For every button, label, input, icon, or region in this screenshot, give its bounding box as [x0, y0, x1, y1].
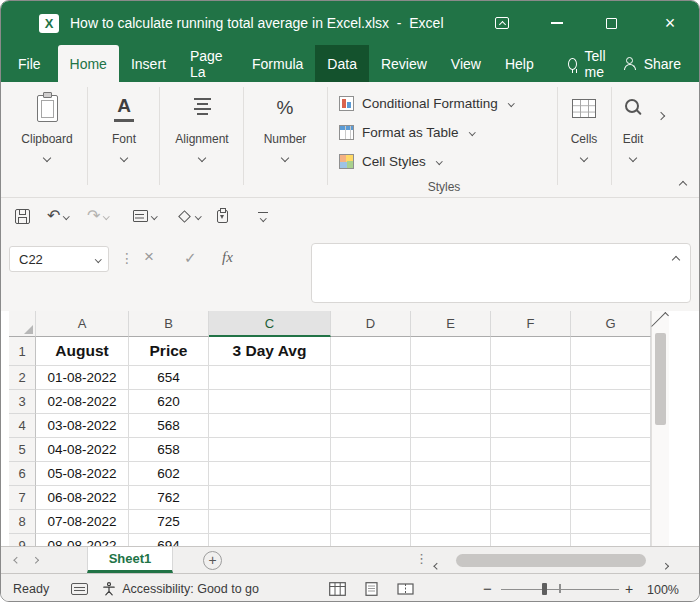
cell-e4[interactable]	[411, 414, 491, 438]
row-header-6[interactable]: 6	[9, 462, 36, 486]
column-header-g[interactable]: G	[571, 311, 651, 337]
row-header-1[interactable]: 1	[9, 337, 36, 366]
horizontal-scrollbar-thumb[interactable]	[456, 554, 646, 567]
formula-input[interactable]	[311, 243, 691, 303]
cell-a3[interactable]: 02-08-2022	[36, 390, 129, 414]
sheet-tab-sheet1[interactable]: Sheet1	[87, 547, 173, 573]
select-all-corner[interactable]	[9, 311, 36, 337]
zoom-level[interactable]: 100%	[647, 583, 679, 597]
cell-d1[interactable]	[331, 337, 411, 366]
cell-f8[interactable]	[491, 510, 571, 534]
vertical-scrollbar-thumb[interactable]	[655, 333, 666, 425]
row-header-7[interactable]: 7	[9, 486, 36, 510]
tab-review[interactable]: Review	[369, 45, 439, 82]
share-button[interactable]: Share	[623, 45, 681, 82]
cancel-button[interactable]: ×	[144, 248, 154, 265]
row-header-9[interactable]: 9	[9, 534, 36, 546]
scroll-right-button[interactable]	[663, 556, 668, 571]
cell-c5[interactable]	[209, 438, 331, 462]
cell-c3[interactable]	[209, 390, 331, 414]
paste-tool-button[interactable]	[217, 210, 228, 223]
page-layout-view-icon[interactable]	[363, 582, 380, 596]
cell-f6[interactable]	[491, 462, 571, 486]
save-button[interactable]	[15, 209, 30, 224]
close-button[interactable]: ×	[654, 1, 686, 45]
clipboard-group[interactable]: Clipboard	[9, 82, 85, 197]
maximize-button[interactable]	[595, 1, 627, 45]
sheet-nav-right-button[interactable]	[33, 558, 38, 563]
conditional-formatting-button[interactable]: Conditional Formatting	[339, 92, 513, 114]
cell-e9[interactable]	[411, 534, 491, 546]
cell-a2[interactable]: 01-08-2022	[36, 366, 129, 390]
cell-c2[interactable]	[209, 366, 331, 390]
tab-home[interactable]: Home	[58, 45, 119, 82]
undo-button[interactable]: ↶	[47, 208, 69, 224]
cell-e6[interactable]	[411, 462, 491, 486]
cell-d3[interactable]	[331, 390, 411, 414]
cell-d6[interactable]	[331, 462, 411, 486]
tab-data[interactable]: Data	[315, 45, 369, 82]
zoom-slider-thumb[interactable]	[542, 583, 547, 595]
cell-e8[interactable]	[411, 510, 491, 534]
cell-f9[interactable]	[491, 534, 571, 546]
cell-a8[interactable]: 07-08-2022	[36, 510, 129, 534]
new-sheet-button[interactable]: +	[203, 551, 222, 570]
cell-b2[interactable]: 654	[129, 366, 209, 390]
cell-f4[interactable]	[491, 414, 571, 438]
tab-formulas[interactable]: Formula	[240, 45, 315, 82]
font-group[interactable]: A Font	[91, 82, 157, 197]
cell-f3[interactable]	[491, 390, 571, 414]
accessibility-checker[interactable]: Accessibility: Good to go	[102, 582, 259, 596]
cell-c1[interactable]: 3 Day Avg	[209, 337, 331, 366]
row-header-5[interactable]: 5	[9, 438, 36, 462]
vertical-scrollbar[interactable]	[651, 311, 669, 546]
page-break-view-icon[interactable]	[397, 582, 414, 596]
scroll-up-button[interactable]	[652, 311, 669, 331]
cell-a7[interactable]: 06-08-2022	[36, 486, 129, 510]
alignment-group[interactable]: Alignment	[163, 82, 241, 197]
cell-c7[interactable]	[209, 486, 331, 510]
ribbon-scroll-right-button[interactable]	[652, 102, 669, 130]
zoom-out-button[interactable]: −	[483, 580, 492, 597]
cell-d5[interactable]	[331, 438, 411, 462]
column-header-e[interactable]: E	[411, 311, 491, 337]
cell-b1[interactable]: Price	[129, 337, 209, 366]
cell-d7[interactable]	[331, 486, 411, 510]
tab-help[interactable]: Help	[493, 45, 546, 82]
cell-f5[interactable]	[491, 438, 571, 462]
cell-e3[interactable]	[411, 390, 491, 414]
redo-button[interactable]: ↷	[87, 208, 109, 224]
cells-group[interactable]: Cells	[559, 82, 609, 197]
row-header-8[interactable]: 8	[9, 510, 36, 534]
form-tool-button[interactable]	[133, 210, 157, 222]
column-header-c[interactable]: C	[209, 311, 331, 337]
zoom-in-button[interactable]: +	[625, 581, 633, 597]
cell-e1[interactable]	[411, 337, 491, 366]
cell-g6[interactable]	[571, 462, 651, 486]
column-header-a[interactable]: A	[36, 311, 129, 337]
row-header-2[interactable]: 2	[9, 366, 36, 390]
column-header-f[interactable]: F	[491, 311, 571, 337]
cell-a9[interactable]: 08-08-2022	[36, 534, 129, 546]
tell-me-button[interactable]: Tell me	[560, 45, 623, 82]
column-header-b[interactable]: B	[129, 311, 209, 337]
cell-c9[interactable]	[209, 534, 331, 546]
cell-b6[interactable]: 602	[129, 462, 209, 486]
cell-g2[interactable]	[571, 366, 651, 390]
cell-styles-button[interactable]: Cell Styles	[339, 150, 441, 172]
cell-f2[interactable]	[491, 366, 571, 390]
cell-b3[interactable]: 620	[129, 390, 209, 414]
name-box[interactable]: C22	[9, 246, 109, 272]
cell-c6[interactable]	[209, 462, 331, 486]
cell-g7[interactable]	[571, 486, 651, 510]
insert-function-button[interactable]: fx	[222, 249, 233, 266]
cell-a5[interactable]: 04-08-2022	[36, 438, 129, 462]
cell-g5[interactable]	[571, 438, 651, 462]
tab-view[interactable]: View	[439, 45, 493, 82]
row-header-4[interactable]: 4	[9, 414, 36, 438]
cell-a6[interactable]: 05-08-2022	[36, 462, 129, 486]
ribbon-display-options-button[interactable]	[486, 1, 518, 45]
cell-f1[interactable]	[491, 337, 571, 366]
column-header-d[interactable]: D	[331, 311, 411, 337]
cell-d8[interactable]	[331, 510, 411, 534]
